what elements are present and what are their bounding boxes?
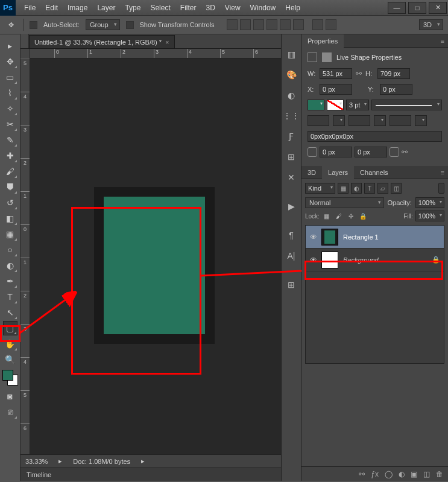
show-transform-checkbox[interactable]: [126, 21, 134, 29]
zoom-level[interactable]: 33.33%: [25, 458, 48, 465]
link-layers-icon[interactable]: ⚯: [359, 470, 365, 478]
menu-view[interactable]: View: [220, 1, 245, 14]
screen-mode-tool[interactable]: ⎚: [3, 405, 17, 419]
arrow-icon[interactable]: ▸: [58, 457, 62, 465]
layer-name[interactable]: Rectangle 1: [343, 233, 444, 241]
healing-tool[interactable]: ✚: [3, 148, 17, 163]
tab-channels[interactable]: Channels: [354, 166, 394, 179]
align-hcenter-icon[interactable]: [280, 19, 291, 30]
layer-rectangle-1[interactable]: 👁 Rectangle 1: [306, 226, 444, 249]
layer-background[interactable]: 👁 Background 🔒: [306, 249, 444, 271]
delete-icon[interactable]: 🗑: [436, 470, 443, 478]
align-vcenter-icon[interactable]: [240, 19, 251, 30]
stroke-weight-input[interactable]: 3 pt: [346, 100, 369, 110]
stroke-align-3[interactable]: [390, 115, 411, 126]
doc-info[interactable]: Doc: 1.08M/0 bytes: [73, 458, 130, 465]
dist-2-icon[interactable]: [326, 19, 336, 30]
document-tab[interactable]: Untitled-1 @ 33.3% (Rectangle 1, RGB/8) …: [29, 35, 175, 48]
width-input[interactable]: [320, 68, 352, 79]
lock-icon[interactable]: 🔒: [432, 256, 444, 264]
auto-select-target[interactable]: Group: [86, 19, 120, 30]
lock-pos-icon[interactable]: ✢: [346, 211, 356, 221]
layer-name[interactable]: Background: [343, 256, 432, 264]
stroke-align-2-dd[interactable]: [374, 115, 386, 126]
menu-file[interactable]: File: [19, 1, 40, 14]
dist-1-icon[interactable]: [312, 19, 323, 30]
canvas-viewport[interactable]: [30, 59, 281, 454]
eraser-tool[interactable]: ◧: [3, 211, 17, 226]
lock-trans-icon[interactable]: ▦: [322, 211, 332, 221]
filter-smart-icon[interactable]: ◫: [391, 183, 402, 194]
brushes-panel-icon[interactable]: ⋮⋮: [285, 109, 298, 122]
menu-type[interactable]: Type: [120, 1, 145, 14]
grid-panel-icon[interactable]: ⊞: [285, 278, 298, 291]
zoom-tool[interactable]: 🔍: [3, 352, 17, 367]
history-panel-icon[interactable]: ▥: [285, 48, 298, 61]
filter-type-icon[interactable]: T: [364, 183, 375, 194]
lock-all-icon[interactable]: 🔒: [358, 211, 368, 221]
link-wh-icon[interactable]: ⚯: [356, 69, 362, 78]
color-panel-icon[interactable]: 🎨: [285, 68, 298, 81]
rectangle-tool[interactable]: ▢: [3, 321, 17, 335]
play-panel-icon[interactable]: ▶: [285, 200, 298, 213]
history-brush-tool[interactable]: ↺: [3, 195, 17, 210]
opacity-input[interactable]: 100%: [415, 197, 444, 208]
tab-3d[interactable]: 3D: [301, 166, 322, 179]
filter-adj-icon[interactable]: ◐: [351, 183, 362, 194]
corner-radius-text[interactable]: [308, 131, 442, 142]
auto-select-checkbox[interactable]: [30, 21, 37, 29]
magic-wand-tool[interactable]: ✧: [3, 101, 17, 116]
properties-menu-icon[interactable]: ≡: [437, 37, 448, 45]
align-top-icon[interactable]: [227, 19, 238, 30]
caret-icon[interactable]: ▸: [141, 457, 145, 465]
menu-select[interactable]: Select: [145, 1, 175, 14]
layer-thumbnail[interactable]: [321, 229, 338, 246]
tab-layers[interactable]: Layers: [322, 166, 354, 179]
visibility-toggle[interactable]: 👁: [306, 256, 321, 264]
visibility-toggle[interactable]: 👁: [306, 233, 321, 241]
paragraph-panel-icon[interactable]: ¶: [285, 229, 298, 242]
gradient-tool[interactable]: ▦: [3, 227, 17, 241]
menu-window[interactable]: Window: [245, 1, 281, 14]
quick-mask-tool[interactable]: ◙: [3, 389, 17, 404]
layers-menu-icon[interactable]: ≡: [437, 169, 448, 176]
menu-3d[interactable]: 3D: [201, 1, 219, 14]
fill-color-chip[interactable]: [308, 100, 324, 110]
filter-pixel-icon[interactable]: ▦: [338, 183, 349, 194]
menu-layer[interactable]: Layer: [92, 1, 120, 14]
mask-icon[interactable]: ◯: [385, 470, 393, 478]
maximize-button[interactable]: □: [408, 2, 426, 14]
swatches-panel-icon[interactable]: ◐: [285, 89, 298, 102]
close-button[interactable]: ✕: [429, 2, 447, 14]
corner-tr-input[interactable]: [355, 147, 387, 157]
new-layer-icon[interactable]: ◫: [423, 470, 430, 478]
styles-panel-icon[interactable]: Ƒ: [285, 130, 298, 143]
eyedropper-tool[interactable]: ✎: [3, 133, 17, 147]
character-panel-icon[interactable]: A|: [285, 249, 298, 262]
foreground-color[interactable]: [2, 370, 13, 381]
tab-close-icon[interactable]: ×: [165, 39, 169, 46]
blur-tool[interactable]: ○: [3, 243, 17, 257]
path-select-tool[interactable]: ↖: [3, 305, 17, 320]
menu-help[interactable]: Help: [280, 1, 305, 14]
stroke-align-1[interactable]: [308, 115, 329, 126]
dodge-tool[interactable]: ◐: [3, 258, 17, 273]
menu-image[interactable]: Image: [63, 1, 92, 14]
brush-tool[interactable]: 🖌: [3, 164, 17, 179]
lasso-tool[interactable]: ⌇: [3, 86, 17, 100]
height-input[interactable]: [377, 68, 410, 79]
blend-mode-dropdown[interactable]: Normal: [305, 197, 384, 208]
char-panel1-icon[interactable]: ⊞: [285, 150, 298, 163]
link-radius-icon[interactable]: ⚯: [402, 148, 408, 156]
group-icon[interactable]: ▣: [411, 470, 417, 478]
layer-thumbnail[interactable]: [321, 252, 338, 268]
filter-toggle[interactable]: [438, 183, 444, 194]
stamp-tool[interactable]: ⛊: [3, 180, 17, 194]
rectangle-shape[interactable]: [104, 197, 205, 334]
3d-mode-dropdown[interactable]: 3D: [419, 19, 443, 30]
move-tool[interactable]: ✥: [3, 54, 17, 69]
menu-filter[interactable]: Filter: [175, 1, 201, 14]
properties-tab[interactable]: Properties: [301, 34, 344, 48]
align-right-icon[interactable]: [293, 19, 304, 30]
filter-kind-dropdown[interactable]: Kind: [305, 183, 335, 194]
